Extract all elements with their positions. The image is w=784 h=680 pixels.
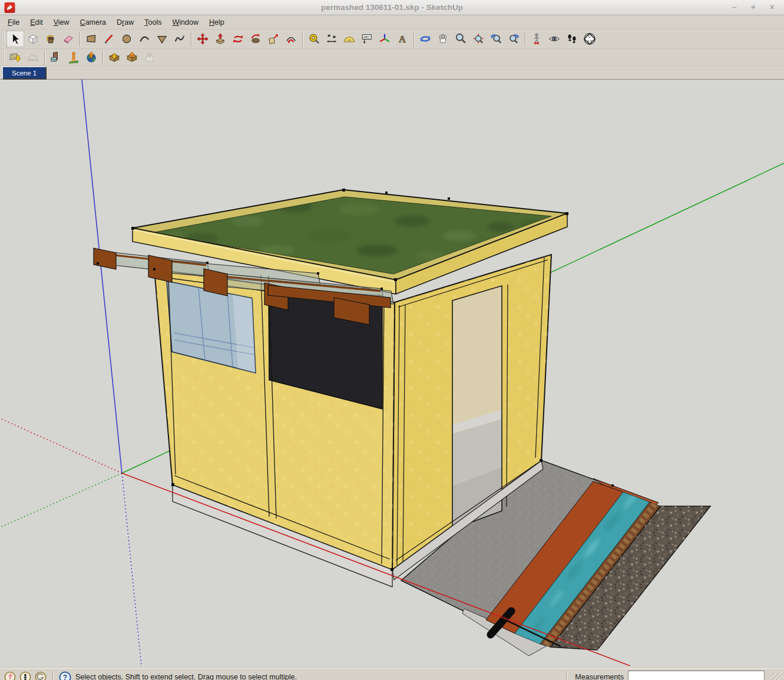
svg-text:C: C bbox=[588, 35, 591, 38]
sketchup-logo-icon bbox=[4, 2, 15, 14]
menu-view[interactable]: View bbox=[48, 16, 75, 28]
freehand-icon bbox=[173, 32, 186, 45]
drawing-viewport[interactable] bbox=[0, 80, 784, 666]
line-tool-button[interactable] bbox=[100, 31, 118, 47]
offset-tool-button[interactable] bbox=[282, 31, 300, 47]
attribution-icon[interactable] bbox=[4, 671, 16, 680]
protractor-icon bbox=[343, 32, 356, 45]
preview-in-google-earth-button[interactable] bbox=[82, 49, 100, 65]
menu-draw[interactable]: Draw bbox=[111, 16, 139, 28]
text-tool-button[interactable]: ABC bbox=[358, 31, 376, 47]
axes-tool-button[interactable] bbox=[376, 31, 393, 47]
toolbar-separator bbox=[525, 32, 525, 47]
status-separator bbox=[566, 671, 567, 680]
polygon-icon bbox=[156, 32, 168, 45]
3d-text-icon: A bbox=[396, 32, 409, 45]
toggle-terrain-button[interactable] bbox=[24, 49, 42, 65]
polygon-tool-button[interactable] bbox=[153, 31, 171, 47]
orbit-tool-button[interactable] bbox=[416, 31, 434, 47]
close-button[interactable]: × bbox=[770, 0, 775, 15]
resize-grip[interactable] bbox=[772, 673, 781, 680]
get-models-button[interactable] bbox=[105, 49, 123, 65]
follow-me-tool-button[interactable] bbox=[247, 31, 264, 47]
pan-tool-button[interactable] bbox=[434, 31, 452, 47]
title-bar: permashed 130611-01.skp - SketchUp – + × bbox=[0, 0, 784, 15]
section-plane-icon: CA-S bbox=[583, 32, 596, 45]
dimension-icon bbox=[325, 32, 338, 45]
status-bar: ? Select objects. Shift to extend select… bbox=[0, 668, 784, 680]
walk-footprints-icon bbox=[565, 32, 578, 45]
measurements-area: Measurements bbox=[562, 671, 782, 680]
doorway-interior-wall[interactable] bbox=[452, 286, 502, 424]
rotate-tool-button[interactable] bbox=[229, 31, 247, 47]
zoom-icon bbox=[454, 32, 467, 45]
scene-tab-bar: Scene 1 bbox=[0, 66, 784, 80]
share-component-button[interactable] bbox=[141, 49, 158, 65]
zoom-extents-button[interactable] bbox=[469, 31, 487, 47]
rotate-icon bbox=[231, 32, 244, 45]
status-message: Select objects. Shift to extend select. … bbox=[75, 673, 297, 680]
toolbar-separator bbox=[302, 32, 303, 47]
zoom-previous-button[interactable] bbox=[487, 31, 505, 47]
minimize-button[interactable]: – bbox=[732, 0, 737, 15]
toolbar-grip[interactable] bbox=[2, 32, 5, 46]
protractor-tool-button[interactable] bbox=[340, 31, 358, 47]
move-icon bbox=[196, 32, 209, 45]
3d-text-tool-button[interactable]: A bbox=[393, 31, 411, 47]
text-icon: ABC bbox=[360, 32, 373, 45]
menu-edit[interactable]: Edit bbox=[25, 16, 48, 28]
add-location-button[interactable] bbox=[6, 49, 24, 65]
zoom-previous-icon bbox=[489, 32, 502, 45]
arc-icon bbox=[138, 32, 151, 45]
look-around-button[interactable] bbox=[545, 31, 563, 47]
google-earth-icon bbox=[85, 51, 98, 64]
share-model-button[interactable] bbox=[123, 49, 141, 65]
component-cube-icon bbox=[27, 32, 39, 45]
geolocation-icon[interactable] bbox=[35, 671, 47, 680]
scene-tab-1[interactable]: Scene 1 bbox=[2, 67, 46, 79]
menu-window[interactable]: Window bbox=[167, 16, 203, 28]
zoom-extents-icon bbox=[472, 32, 485, 45]
window-controls: – + × bbox=[732, 0, 784, 15]
position-camera-button[interactable] bbox=[528, 31, 545, 47]
toggle-terrain-icon bbox=[27, 51, 39, 64]
rectangle-tool-button[interactable] bbox=[82, 31, 100, 47]
menu-help[interactable]: Help bbox=[204, 16, 230, 28]
paint-bucket-icon bbox=[44, 32, 57, 45]
menu-file[interactable]: File bbox=[2, 16, 25, 28]
maximize-button[interactable]: + bbox=[751, 0, 756, 15]
scale-tool-button[interactable] bbox=[264, 31, 282, 47]
zoom-tool-button[interactable] bbox=[452, 31, 469, 47]
photo-textures-button[interactable] bbox=[47, 49, 65, 65]
pencil-icon bbox=[102, 32, 115, 45]
toolbar-grip[interactable] bbox=[2, 50, 5, 64]
zoom-next-button[interactable] bbox=[505, 31, 522, 47]
walk-tool-button[interactable] bbox=[563, 31, 581, 47]
dimension-tool-button[interactable] bbox=[323, 31, 340, 47]
google-toolbar bbox=[0, 49, 784, 66]
circle-tool-button[interactable] bbox=[118, 31, 135, 47]
select-tool-button[interactable] bbox=[6, 31, 24, 47]
section-plane-button[interactable]: CA-S bbox=[581, 31, 598, 47]
measurements-input[interactable] bbox=[628, 671, 765, 680]
make-component-button[interactable] bbox=[24, 31, 42, 47]
help-icon[interactable]: ? bbox=[59, 671, 71, 680]
menu-tools[interactable]: Tools bbox=[139, 16, 167, 28]
orbit-icon bbox=[419, 32, 432, 45]
arc-tool-button[interactable] bbox=[135, 31, 153, 47]
menu-camera[interactable]: Camera bbox=[75, 16, 111, 28]
eraser-button[interactable] bbox=[59, 31, 77, 47]
model-credit-icon[interactable] bbox=[19, 671, 31, 680]
window-title: permashed 130611-01.skp - SketchUp bbox=[0, 3, 784, 12]
paint-bucket-button[interactable] bbox=[42, 31, 59, 47]
tape-measure-button[interactable] bbox=[305, 31, 323, 47]
zoom-next-icon bbox=[507, 32, 520, 45]
svg-text:A: A bbox=[399, 34, 406, 45]
street-view-pegman-button[interactable] bbox=[65, 49, 82, 65]
freehand-tool-button[interactable] bbox=[171, 31, 188, 47]
scale-icon bbox=[267, 32, 280, 45]
push-pull-tool-button[interactable] bbox=[211, 31, 229, 47]
toolbar-separator bbox=[191, 32, 191, 47]
share-model-icon bbox=[125, 51, 138, 64]
move-tool-button[interactable] bbox=[194, 31, 211, 47]
